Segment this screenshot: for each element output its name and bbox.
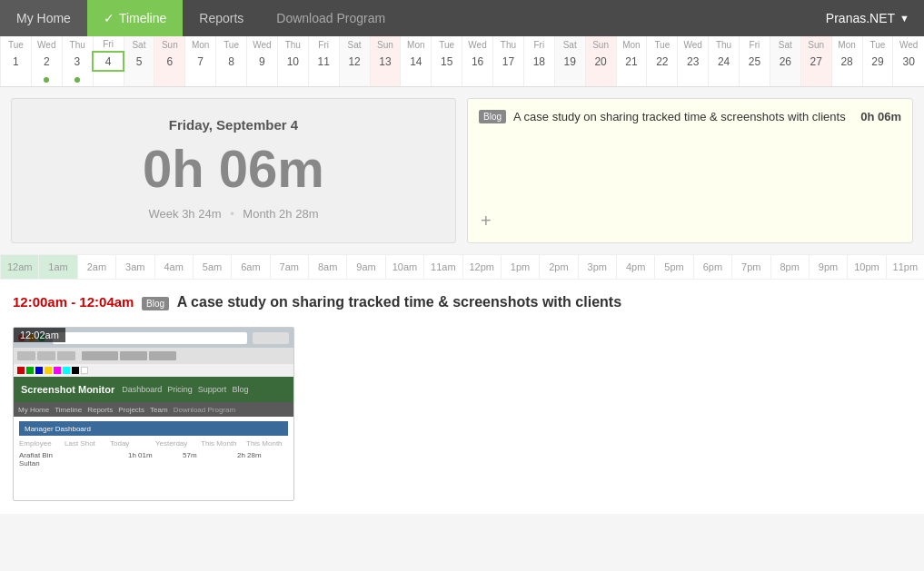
nav-timeline-label: Timeline — [119, 11, 166, 25]
task-duration: 0h 06m — [860, 110, 901, 123]
week-month-summary: Week 3h 24m • Month 2h 28m — [30, 207, 437, 221]
nav-timeline[interactable]: ✓ Timeline — [87, 0, 183, 36]
nav-download-label: Download Program — [276, 11, 385, 25]
screenshot-image: Screenshot Monitor Dashboard Pricing Sup… — [14, 328, 293, 500]
task-entry: Blog A case study on sharing tracked tim… — [479, 110, 901, 123]
screenshot-area: 12:02am — [0, 318, 924, 514]
main-nav: My Home ✓ Timeline Reports Download Prog… — [0, 0, 924, 36]
detail-section: 12:00am - 12:04am Blog A case study on s… — [0, 280, 924, 318]
detail-badge: Blog — [142, 297, 169, 310]
nav-myhome[interactable]: My Home — [0, 0, 87, 36]
detail-title: A case study on sharing tracked time & s… — [177, 294, 621, 310]
calendar-strip: TueWedThuFriSatSunMonTueWedThuFriSatSunM… — [0, 36, 924, 87]
date-label: Friday, September 4 — [30, 117, 437, 133]
summary-panel: Friday, September 4 0h 06m Week 3h 24m •… — [11, 98, 456, 243]
nav-user[interactable]: Pranas.NET ▼ — [811, 0, 924, 36]
time-bar: 12am1am2am3am4am5am6am7am8am9am10am11am1… — [0, 254, 924, 280]
task-badge: Blog — [479, 110, 506, 123]
month-time: 2h 28m — [279, 207, 318, 221]
nav-reports[interactable]: Reports — [183, 0, 260, 36]
time-range: 12:00am - 12:04am — [13, 294, 134, 310]
nav-user-label: Pranas.NET — [826, 11, 895, 25]
nav-myhome-label: My Home — [16, 11, 71, 25]
screenshot-box[interactable]: 12:02am — [13, 327, 294, 501]
task-panel: Blog A case study on sharing tracked tim… — [467, 98, 913, 243]
separator: • — [230, 207, 234, 221]
user-dropdown-icon: ▼ — [899, 13, 909, 24]
nav-download[interactable]: Download Program — [260, 0, 402, 36]
task-title: A case study on sharing tracked time & s… — [513, 110, 853, 123]
total-time: 0h 06m — [30, 140, 437, 198]
month-label: Month — [243, 207, 275, 221]
main-content: Friday, September 4 0h 06m Week 3h 24m •… — [0, 87, 924, 254]
week-time: 3h 24m — [182, 207, 221, 221]
add-task-button[interactable]: + — [481, 211, 492, 231]
week-label: Week — [149, 207, 179, 221]
timeline-check-icon: ✓ — [104, 11, 114, 25]
nav-reports-label: Reports — [199, 11, 243, 25]
screenshot-timestamp: 12:02am — [14, 328, 65, 342]
